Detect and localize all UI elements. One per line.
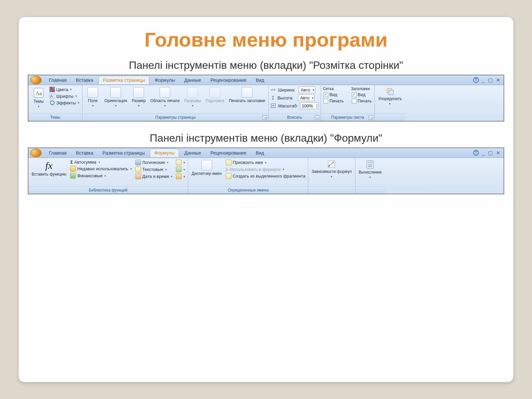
group-calculation: Вычисление▾ <box>355 158 385 194</box>
effects-icon <box>50 100 55 105</box>
group-label-defined-names: Определенные имена <box>188 187 308 194</box>
height-combo[interactable]: Авто <box>298 94 314 101</box>
tab-page-layout[interactable]: Разметка страницы <box>98 149 149 157</box>
effects-button[interactable]: Эффекты▾ <box>49 100 80 106</box>
office-button-icon[interactable] <box>30 149 42 157</box>
office-button-icon[interactable] <box>30 76 42 84</box>
print-titles-button[interactable]: Печатать заголовки <box>227 86 266 104</box>
group-page-setup: Поля▾ Ориентация▾ Размер▾ Область печати… <box>82 85 269 121</box>
math-button[interactable]: ▾ <box>175 166 186 173</box>
tab-formulas[interactable]: Формулы <box>151 76 179 84</box>
tab-view[interactable]: Вид <box>252 149 268 157</box>
orientation-button[interactable]: Ориентация▾ <box>103 86 128 108</box>
fonts-button[interactable]: A Шрифты▾ <box>49 93 80 99</box>
formula-deps-button[interactable]: Зависимости формул▾ <box>310 159 353 179</box>
dialog-launcher-icon[interactable]: ↘ <box>315 115 319 120</box>
logical-button[interactable]: Логические▾ <box>135 159 174 166</box>
themes-icon: Aa <box>33 87 44 98</box>
ribbon-tabstrip: Главная Вставка Разметка страницы Формул… <box>28 75 504 85</box>
group-defined-names: Диспетчер имен Присвоить имя▾ fxИспользо… <box>188 158 308 194</box>
ribbon-formulas: Главная Вставка Разметка страницы Формул… <box>28 148 504 194</box>
logical-icon <box>135 160 141 165</box>
tab-home[interactable]: Главная <box>45 149 70 157</box>
close-icon[interactable]: ✕ <box>496 150 500 156</box>
svg-rect-3 <box>52 87 55 89</box>
create-from-selection-button[interactable]: Создать из выделенного фрагмента <box>225 173 306 179</box>
chevron-down-icon: ▾ <box>38 105 40 108</box>
arrange-button[interactable]: Упорядочить▾ <box>377 86 403 106</box>
tab-home[interactable]: Главная <box>45 76 70 84</box>
financial-button[interactable]: Финансовые▾ <box>69 173 132 179</box>
tab-insert[interactable]: Вставка <box>72 76 97 84</box>
height-row: Высота: Авто <box>271 94 318 101</box>
maximize-icon[interactable]: ▢ <box>488 150 493 156</box>
group-themes: Aa Темы ▾ Цвета▾ A Шрифты▾ <box>28 85 82 121</box>
financial-icon <box>70 173 76 179</box>
more-functions-button[interactable]: ▾ <box>175 173 186 180</box>
tab-view[interactable]: Вид <box>252 76 268 84</box>
print-area-button[interactable]: Область печати▾ <box>149 86 181 108</box>
breaks-button[interactable]: Разрывы▾ <box>183 86 202 108</box>
scale-spinner[interactable]: 100% <box>300 102 319 109</box>
dialog-launcher-icon[interactable]: ↘ <box>263 115 267 120</box>
tab-formulas[interactable]: Формулы <box>150 149 179 157</box>
calculation-button[interactable]: Вычисление▾ <box>357 159 383 180</box>
date-time-button[interactable]: Дата и время▾ <box>135 173 174 180</box>
fx-icon: fx <box>45 160 53 171</box>
gridlines-print-check[interactable]: Печать <box>323 98 344 104</box>
lookup-button[interactable]: ▾ <box>175 159 186 166</box>
svg-text:Aa: Aa <box>36 90 42 96</box>
width-row: Ширина: Авто <box>271 86 318 93</box>
minimize-icon[interactable]: _ <box>482 150 485 156</box>
margins-button[interactable]: Поля▾ <box>84 86 101 108</box>
tab-page-layout[interactable]: Разметка страницы <box>98 76 149 84</box>
group-label-function-library: Библиотека функций <box>28 187 188 194</box>
svg-point-19 <box>368 166 369 167</box>
tab-data[interactable]: Данные <box>180 149 205 157</box>
tab-data[interactable]: Данные <box>180 76 205 84</box>
lookup-icon <box>176 160 182 165</box>
group-label-scale: Вписать↘ <box>269 114 320 121</box>
svg-point-18 <box>371 165 372 166</box>
more-fn-icon <box>176 174 182 179</box>
size-icon <box>133 87 144 98</box>
name-manager-button[interactable]: Диспетчер имен <box>190 159 223 177</box>
close-icon[interactable]: ✕ <box>496 77 500 83</box>
size-button[interactable]: Размер▾ <box>130 86 147 108</box>
tab-review[interactable]: Рецензирование <box>206 76 250 84</box>
help-icon[interactable]: ? <box>473 150 479 156</box>
themes-button[interactable]: Aa Темы ▾ <box>30 86 47 109</box>
insert-function-button[interactable]: fx Вставить функцию <box>30 159 67 177</box>
scale-row: Масштаб: 100% <box>271 102 318 109</box>
help-icon[interactable]: ? <box>473 77 479 83</box>
maximize-icon[interactable]: ▢ <box>488 77 493 83</box>
width-combo[interactable]: Авто <box>299 86 315 93</box>
background-button[interactable]: Подложка <box>204 86 225 104</box>
window-controls: ? _ ▢ ✕ <box>473 150 504 156</box>
checkbox-checked-icon: ✓ <box>324 92 328 97</box>
colors-icon <box>50 87 55 92</box>
margins-icon <box>87 87 98 98</box>
svg-point-7 <box>50 101 54 105</box>
tab-review[interactable]: Рецензирование <box>206 149 250 157</box>
recently-used-button[interactable]: Недавно использовались▾ <box>69 166 132 172</box>
headings-print-check[interactable]: Печать <box>351 98 373 104</box>
autosum-button[interactable]: ΣАвтосумма▾ <box>69 159 132 165</box>
group-sheet-options: Сетка ✓Вид Печать Заголовки ✓Вид Печать … <box>321 85 375 121</box>
svg-rect-10 <box>389 90 393 95</box>
define-name-button[interactable]: Присвоить имя▾ <box>225 159 306 166</box>
text-button[interactable]: Текстовые▾ <box>135 166 174 173</box>
ribbon-tabstrip: Главная Вставка Разметка страницы Формул… <box>28 148 504 158</box>
dialog-launcher-icon[interactable]: ↘ <box>369 115 373 120</box>
group-function-library: fx Вставить функцию ΣАвтосумма▾ Недавно … <box>28 158 188 194</box>
subtitle-1: Панелі інструментів меню (вкладки) "Розм… <box>28 59 504 71</box>
minimize-icon[interactable]: _ <box>482 77 485 83</box>
svg-point-12 <box>329 165 330 167</box>
gridlines-view-check[interactable]: ✓Вид <box>323 92 344 97</box>
headings-header: Заголовки <box>351 86 373 91</box>
use-in-formula-button[interactable]: fxИспользовать в формуле▾ <box>225 166 306 172</box>
use-in-formula-icon: fx <box>226 167 228 172</box>
tab-insert[interactable]: Вставка <box>72 149 97 157</box>
colors-button[interactable]: Цвета▾ <box>49 86 80 92</box>
headings-view-check[interactable]: ✓Вид <box>351 92 373 97</box>
